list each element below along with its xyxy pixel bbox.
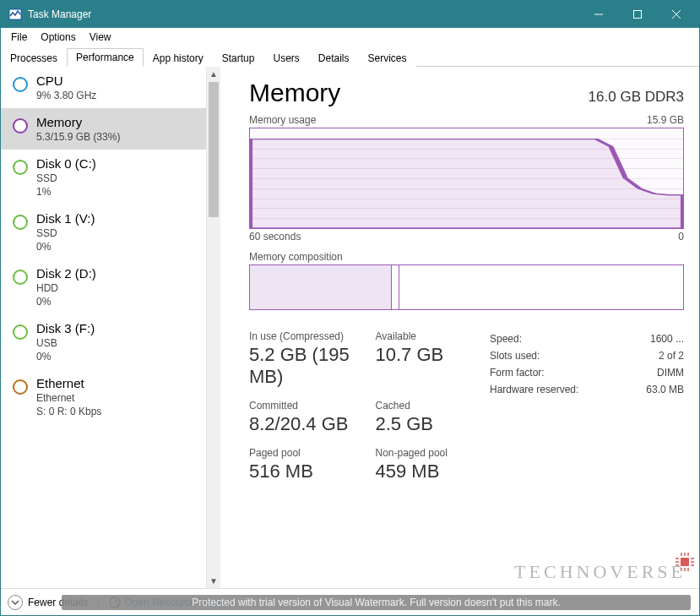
watermark-chip-icon — [676, 553, 694, 571]
sidebar-item-sub: 0% — [36, 296, 96, 308]
sidebar-item-label: Disk 0 (C:) — [36, 156, 96, 171]
tab-details[interactable]: Details — [309, 49, 359, 67]
tab-startup[interactable]: Startup — [213, 49, 264, 67]
sidebar-item-label: CPU — [36, 74, 96, 88]
fewer-details-icon[interactable] — [8, 595, 23, 610]
sidebar-item-label: Disk 3 (F:) — [36, 321, 95, 335]
chart-usage-label: Memory usage — [249, 114, 316, 126]
sidebar-item-sub: Ethernet — [36, 392, 101, 404]
stat-cached: Cached 2.5 GB — [376, 400, 491, 435]
task-manager-icon — [8, 7, 23, 22]
stat-committed: Committed 8.2/20.4 GB — [249, 400, 364, 435]
cpu-ring-icon — [13, 77, 28, 92]
composition-available — [399, 265, 683, 309]
close-button[interactable] — [657, 1, 696, 28]
stat-inuse: In use (Compressed) 5.2 GB (195 MB) — [249, 330, 364, 388]
x-axis-left: 60 seconds — [249, 231, 301, 243]
sidebar: CPU 9% 3.80 GHz Memory 5.3/15.9 GB (33%)… — [1, 67, 220, 588]
scrollbar-thumb[interactable] — [209, 82, 219, 217]
menu-view[interactable]: View — [83, 30, 118, 45]
disk-ring-icon — [13, 270, 28, 285]
tab-bar: Processes Performance App history Startu… — [1, 46, 699, 67]
menu-options[interactable]: Options — [34, 30, 82, 45]
sidebar-item-label: Disk 1 (V:) — [36, 211, 95, 226]
page-title: Memory — [249, 79, 340, 107]
composition-modified — [392, 265, 400, 309]
scroll-up-button[interactable]: ▲ — [207, 67, 220, 81]
stat-nonpaged: Non-paged pool 459 MB — [376, 447, 491, 482]
disk-ring-icon — [13, 324, 28, 340]
tab-performance[interactable]: Performance — [67, 48, 144, 67]
sidebar-item-disk2[interactable]: Disk 2 (D:) HDD 0% — [1, 259, 206, 314]
sidebar-item-sub: S: 0 R: 0 Kbps — [36, 406, 101, 417]
sidebar-item-memory[interactable]: Memory 5.3/15.9 GB (33%) — [1, 108, 206, 150]
scroll-down-button[interactable]: ▼ — [207, 574, 220, 588]
stat-available: Available 10.7 GB — [376, 330, 491, 388]
memory-usage-chart — [249, 128, 684, 229]
sidebar-item-label: Ethernet — [36, 376, 101, 390]
sidebar-item-sub: SSD — [36, 227, 95, 239]
maximize-button[interactable] — [618, 1, 657, 28]
disk-ring-icon — [13, 160, 28, 175]
sidebar-item-label: Disk 2 (D:) — [36, 266, 96, 281]
memory-spec: 16.0 GB DDR3 — [589, 89, 684, 106]
tab-users[interactable]: Users — [263, 49, 308, 67]
menu-file[interactable]: File — [4, 30, 34, 45]
sidebar-item-sub: SSD — [36, 172, 96, 184]
disk-ring-icon — [13, 215, 28, 230]
sidebar-item-disk0[interactable]: Disk 0 (C:) SSD 1% — [1, 150, 206, 204]
memory-ring-icon — [13, 118, 28, 134]
watermark-notice: Protected with trial version of Visual W… — [62, 595, 691, 610]
tab-processes[interactable]: Processes — [1, 49, 67, 67]
sidebar-item-sub: 1% — [36, 186, 96, 198]
titlebar: Task Manager — [1, 1, 699, 28]
sidebar-item-sub: 0% — [36, 351, 95, 363]
ethernet-ring-icon — [13, 379, 28, 395]
sidebar-item-sub: 0% — [36, 241, 95, 253]
sidebar-item-ethernet[interactable]: Ethernet Ethernet S: 0 R: 0 Kbps — [1, 369, 206, 424]
chart-usage-max: 15.9 GB — [647, 114, 684, 126]
main-panel: Memory 16.0 GB DDR3 Memory usage 15.9 GB… — [220, 67, 699, 588]
sidebar-item-sub: HDD — [36, 282, 96, 294]
sidebar-item-disk1[interactable]: Disk 1 (V:) SSD 0% — [1, 204, 206, 259]
menubar: File Options View — [1, 28, 699, 46]
sidebar-item-disk3[interactable]: Disk 3 (F:) USB 0% — [1, 314, 206, 369]
sidebar-item-label: Memory — [36, 115, 120, 129]
stat-paged: Paged pool 516 MB — [249, 447, 364, 482]
composition-label: Memory composition — [249, 251, 684, 263]
sidebar-item-sub: USB — [36, 337, 95, 349]
sidebar-item-cpu[interactable]: CPU 9% 3.80 GHz — [1, 67, 206, 108]
hardware-specs: Speed:1600 ... Slots used:2 of 2 Form fa… — [490, 330, 684, 482]
tab-services[interactable]: Services — [359, 49, 416, 67]
window-title: Task Manager — [28, 8, 579, 20]
watermark-brand: TECHNOVERSE — [514, 561, 686, 583]
sidebar-scrollbar[interactable]: ▲ ▼ — [206, 67, 220, 588]
x-axis-right: 0 — [678, 231, 684, 243]
memory-composition-chart — [249, 264, 684, 310]
tab-app-history[interactable]: App history — [144, 49, 213, 67]
sidebar-item-sub: 5.3/15.9 GB (33%) — [36, 131, 120, 143]
svg-rect-7 — [681, 558, 689, 566]
composition-inuse — [250, 265, 392, 309]
sidebar-item-sub: 9% 3.80 GHz — [36, 90, 96, 101]
minimize-button[interactable] — [579, 1, 618, 28]
svg-rect-2 — [634, 11, 642, 19]
